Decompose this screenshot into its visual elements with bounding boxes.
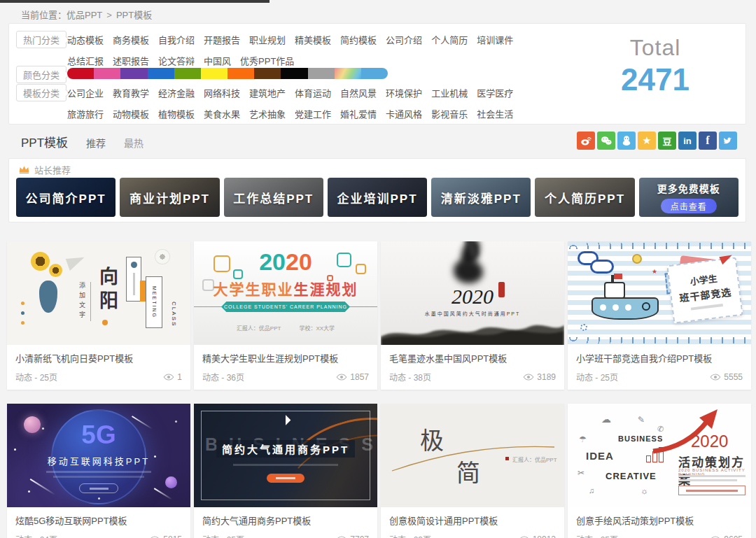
color-swatch-green[interactable] bbox=[174, 68, 201, 79]
filter-link[interactable]: 中国风 bbox=[204, 54, 231, 67]
recommend-tile-business-plan[interactable]: 商业计划PPT bbox=[120, 178, 219, 217]
template-thumbnail[interactable]: ☁ ☂ ✎ ✂ ☼ ♫ ✆ BUSINESS IDEA CREATIVE 202… bbox=[568, 404, 751, 507]
color-swatch-yellow[interactable] bbox=[201, 68, 227, 79]
filter-link[interactable]: 述职报告 bbox=[113, 54, 149, 67]
view-more-button[interactable]: 点击查看 bbox=[661, 199, 717, 213]
color-swatch-pink[interactable] bbox=[94, 68, 120, 79]
breadcrumb-site-link[interactable]: 优品PPT bbox=[66, 10, 102, 20]
template-thumbnail[interactable]: ★ ★ ★ 小学生 班干部竞选 bbox=[568, 241, 751, 345]
filter-link[interactable]: 动物模板 bbox=[113, 107, 149, 120]
template-card[interactable]: 2020 大学生职业生涯规划 COLLEGE STUDENTS' CAREER … bbox=[194, 241, 377, 390]
douban-icon[interactable]: 豆 bbox=[658, 132, 676, 150]
template-title[interactable]: 创意极简设计通用PPT模板 bbox=[389, 514, 556, 527]
filter-link[interactable]: 商务模板 bbox=[113, 33, 149, 46]
filter-link[interactable]: 优秀PPT作品 bbox=[240, 54, 294, 67]
breadcrumb-current[interactable]: PPT模板 bbox=[116, 10, 152, 20]
template-thumbnail[interactable]: 2020 大学生职业生涯规划 COLLEGE STUDENTS' CAREER … bbox=[194, 241, 377, 345]
filter-link[interactable]: 工业机械 bbox=[431, 86, 468, 99]
twitter-icon[interactable] bbox=[719, 132, 737, 150]
filter-link[interactable]: 公司企业 bbox=[67, 86, 104, 99]
filter-link[interactable]: 总结汇报 bbox=[67, 54, 104, 67]
filter-link[interactable]: 网络科技 bbox=[204, 86, 240, 99]
wechat-icon[interactable] bbox=[597, 132, 615, 150]
thumb-main-title: 大学生职业生涯规划 bbox=[194, 278, 377, 299]
filter-link[interactable]: 美食水果 bbox=[204, 107, 240, 120]
qq-icon[interactable] bbox=[617, 132, 636, 150]
template-card[interactable]: 极 简 汇报人：优品PPT 创意极简设计通用PPT模板 动态 - 23页 189… bbox=[381, 404, 564, 538]
filter-link[interactable]: 论文答辩 bbox=[158, 54, 195, 67]
color-swatch-black[interactable] bbox=[281, 68, 307, 79]
template-title[interactable]: 精美大学生职业生涯规划PPT模板 bbox=[202, 351, 369, 364]
template-card[interactable]: ★ ★ ★ 小学生 班干部竞选 bbox=[568, 241, 751, 390]
filter-link[interactable]: 艺术抽象 bbox=[249, 107, 286, 120]
recommend-tile-more-free[interactable]: 更多免费模板 点击查看 bbox=[639, 178, 738, 217]
filter-link[interactable]: 个人简历 bbox=[431, 33, 468, 46]
color-swatch-orange[interactable] bbox=[227, 68, 254, 79]
template-card[interactable]: BUSINESS 简约大气通用商务PPT 简约大气通用商务PPT模板 动态 - … bbox=[194, 404, 377, 538]
recommend-tile-personal-resume[interactable]: 个人简历PPT bbox=[535, 178, 634, 217]
recommend-tile-corporate-training[interactable]: 企业培训PPT bbox=[328, 178, 427, 217]
color-swatch-gray[interactable] bbox=[308, 68, 335, 79]
template-title[interactable]: 炫酷5G移动互联网PPT模板 bbox=[15, 514, 182, 527]
template-title[interactable]: 简约大气通用商务PPT模板 bbox=[202, 514, 369, 527]
color-swatch-purple[interactable] bbox=[120, 68, 147, 79]
template-title[interactable]: 创意手绘风活动策划PPT模板 bbox=[576, 514, 743, 527]
thumb-year: 2020 bbox=[381, 285, 564, 309]
filter-link[interactable]: 经济金融 bbox=[158, 86, 195, 99]
template-pages: 动态 - 25页 bbox=[15, 371, 57, 383]
color-swatch-red[interactable] bbox=[67, 68, 94, 79]
recommend-tile-work-summary[interactable]: 工作总结PPT bbox=[224, 178, 323, 217]
template-thumbnail[interactable]: 5G 移动互联网科技PPT bbox=[7, 404, 190, 507]
filter-link[interactable]: 职业规划 bbox=[249, 33, 286, 46]
filter-link[interactable]: 自我介绍 bbox=[158, 33, 195, 46]
recommend-tile-company-intro[interactable]: 公司简介PPT bbox=[16, 178, 115, 217]
filter-link[interactable]: 简约模板 bbox=[340, 33, 377, 46]
filter-link[interactable]: 旅游旅行 bbox=[67, 107, 104, 120]
top-nav-edge bbox=[0, 0, 270, 3]
filter-link[interactable]: 卡通风格 bbox=[386, 107, 422, 120]
filter-link[interactable]: 党建工作 bbox=[295, 107, 331, 120]
filter-link[interactable]: 建筑地产 bbox=[249, 86, 286, 99]
filter-link[interactable]: 自然风景 bbox=[340, 86, 377, 99]
template-card[interactable]: 2020 水墨中国风简约大气时尚通用PPT 毛笔墨迹水墨中国风PPT模板 动态 … bbox=[381, 241, 564, 390]
color-swatch-blue[interactable] bbox=[148, 68, 174, 79]
thumb-main-title: 移动互联网科技PPT bbox=[7, 454, 190, 467]
facebook-icon[interactable]: f bbox=[699, 132, 717, 150]
tab-recommended[interactable]: 推荐 bbox=[86, 136, 106, 150]
color-swatch-brown[interactable] bbox=[254, 68, 281, 79]
template-card[interactable]: ☁ ☂ ✎ ✂ ☼ ♫ ✆ BUSINESS IDEA CREATIVE 202… bbox=[568, 404, 751, 538]
tab-hottest[interactable]: 最热 bbox=[124, 136, 144, 150]
filter-link[interactable]: 培训课件 bbox=[477, 33, 513, 46]
template-title[interactable]: 小学班干部竞选自我介绍PPT模板 bbox=[576, 351, 743, 364]
filter-link[interactable]: 婚礼爱情 bbox=[340, 107, 377, 120]
template-pages: 动态 - 36页 bbox=[202, 371, 244, 383]
template-card[interactable]: 添加文字 向阳 MEETING CLASS 小清新纸飞机向日葵PPT模板 动态 … bbox=[7, 241, 190, 390]
filter-link[interactable]: 植物模板 bbox=[158, 107, 195, 120]
filter-link[interactable]: 开题报告 bbox=[204, 33, 240, 46]
weibo-icon[interactable] bbox=[577, 132, 595, 150]
filter-link[interactable]: 医学医疗 bbox=[477, 86, 513, 99]
color-swatch-colorful[interactable] bbox=[335, 68, 361, 79]
doodle-sun-icon: ☼ bbox=[640, 486, 648, 496]
filter-link[interactable]: 环境保护 bbox=[386, 86, 422, 99]
linkedin-icon[interactable]: in bbox=[678, 132, 696, 150]
filter-link[interactable]: 社会生活 bbox=[477, 107, 513, 120]
recommend-tile-fresh-elegant[interactable]: 清新淡雅PPT bbox=[431, 178, 531, 217]
douban-glyph: 豆 bbox=[662, 134, 671, 148]
filter-link[interactable]: 影视音乐 bbox=[431, 107, 468, 120]
filter-link[interactable]: 公司介绍 bbox=[386, 33, 422, 46]
filter-link[interactable]: 体育运动 bbox=[295, 86, 331, 99]
filter-link[interactable]: 精美模板 bbox=[295, 33, 331, 46]
tab-ppt-templates[interactable]: PPT模板 bbox=[21, 133, 68, 150]
filter-link[interactable]: 教育教学 bbox=[113, 86, 149, 99]
template-thumbnail[interactable]: 2020 水墨中国风简约大气时尚通用PPT bbox=[381, 241, 564, 345]
template-title[interactable]: 毛笔墨迹水墨中国风PPT模板 bbox=[389, 351, 556, 364]
template-thumbnail[interactable]: 极 简 汇报人：优品PPT bbox=[381, 404, 564, 507]
template-card[interactable]: 5G 移动互联网科技PPT 炫酷5G移动互联网PPT模板 动态 - 24页 58… bbox=[7, 404, 190, 538]
template-thumbnail[interactable]: BUSINESS 简约大气通用商务PPT bbox=[194, 404, 377, 507]
template-title[interactable]: 小清新纸飞机向日葵PPT模板 bbox=[15, 351, 182, 364]
qzone-icon[interactable]: ★ bbox=[638, 132, 656, 150]
template-thumbnail[interactable]: 添加文字 向阳 MEETING CLASS bbox=[7, 241, 190, 345]
color-swatch-lightblue[interactable] bbox=[361, 68, 388, 79]
filter-link[interactable]: 动态模板 bbox=[67, 33, 104, 46]
